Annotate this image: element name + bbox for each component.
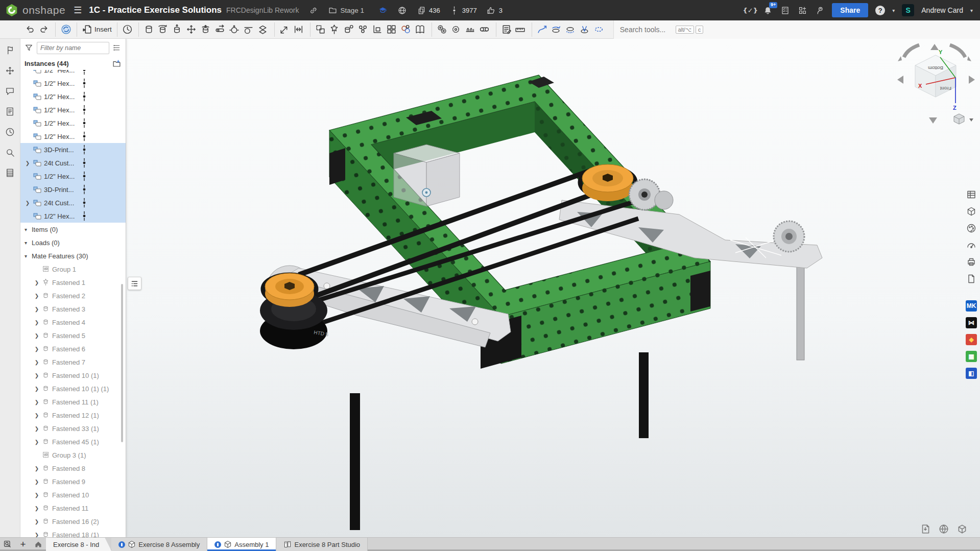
avatar[interactable]: S [902,4,914,16]
toolbar-button[interactable] [592,22,606,37]
notifications-bell-icon[interactable]: 9+ [762,5,773,15]
toolbar-button[interactable] [385,22,399,37]
rotate-right-arrow[interactable] [969,76,975,84]
toolbar-button[interactable] [342,22,356,37]
strip-button[interactable] [4,105,16,117]
main-menu-icon[interactable]: ☰ [74,5,82,16]
strip-button[interactable] [4,85,16,97]
toolbar-button[interactable] [356,22,370,37]
dof-indicator-icon[interactable] [81,118,88,128]
list-view-icon[interactable] [112,43,122,53]
mate-feature-row[interactable]: ❯ Fastened 3 [20,302,126,316]
instance-row[interactable]: ❯ 1/2" Hex... [20,90,126,103]
view-cube[interactable]: Bottom Front [915,55,956,97]
dof-indicator-icon[interactable] [81,131,88,141]
toolbar-button[interactable] [477,22,492,37]
dof-indicator-icon[interactable] [81,70,88,75]
mate-feature-row[interactable]: ❯ Fastened 11 [20,501,126,515]
expand-chevron-icon[interactable]: ❯ [33,466,41,471]
mate-feature-row[interactable]: ❯ Fastened 4 [20,316,126,329]
right-panel-button[interactable]: MK [966,300,977,312]
mate-feature-row[interactable]: ❯ Group 3 (1) [20,448,126,462]
mate-feature-row[interactable]: ❯ Fastened 6 [20,342,126,355]
dof-indicator-icon[interactable] [81,78,88,88]
expand-chevron-icon[interactable]: ❯ [23,160,32,166]
toolbar-button[interactable] [170,22,184,37]
expand-chevron-icon[interactable]: ❯ [33,492,41,498]
document-tab[interactable]: Assembly 1 [207,538,276,551]
toolbar-button[interactable] [117,22,134,37]
mate-feature-row[interactable]: ❯ Fastened 10 [20,488,126,501]
document-title[interactable]: 1C - Practice Exercise Solutions [89,5,222,15]
tilt-up-arrow[interactable] [930,44,939,50]
toolbar-button[interactable] [292,22,306,37]
expand-chevron-icon[interactable]: ❯ [33,506,41,511]
view-menu-button[interactable] [954,114,973,124]
toolbar-button[interactable] [399,22,413,37]
expand-chevron-icon[interactable]: ❯ [33,426,41,432]
document-tab[interactable]: Exercise 8 Assembly [111,538,207,551]
toolbar-button[interactable] [532,22,549,37]
onshape-logo-icon[interactable] [5,4,18,17]
toolbar-button[interactable] [184,22,199,37]
strip-button[interactable] [4,64,16,77]
mate-features-section[interactable]: ▾ Mate Features (30) [20,249,126,262]
tasks-icon[interactable] [780,5,790,15]
add-folder-icon[interactable] [112,59,122,68]
instance-row[interactable]: ❯ 24t Cust... [20,196,126,209]
dof-indicator-icon[interactable] [81,91,88,102]
tilt-down-arrow[interactable] [929,117,937,124]
mate-feature-row[interactable]: ❯ Fastened 12 (1) [20,409,126,422]
dof-indicator-icon[interactable] [81,211,88,221]
strip-button[interactable] [4,146,16,158]
right-panel-button[interactable]: ◆ [966,334,977,345]
copies-icon[interactable] [416,5,426,15]
instance-row[interactable]: ❯ 1/2" Hex... [20,70,126,77]
toolbar-button[interactable] [274,22,292,37]
instance-row[interactable]: ❯ 1/2" Hex... [20,209,126,223]
toolbar-button[interactable] [496,22,513,37]
mate-feature-row[interactable]: ❯ Fastened 10 (1) (1) [20,382,126,395]
items-section[interactable]: ▾ Items (0) [20,223,126,236]
mate-feature-row[interactable]: ❯ Fastened 11 (1) [20,395,126,409]
strip-button[interactable] [4,44,16,56]
rotate-ccw-arrow[interactable] [904,45,919,57]
mate-feature-row[interactable]: ❯ Fastened 33 (1) [20,422,126,435]
right-panel-button[interactable] [966,256,977,268]
dof-indicator-icon[interactable] [81,158,88,168]
mate-feature-row[interactable]: ❯ Fastened 2 [20,289,126,302]
expand-chevron-icon[interactable]: ❯ [33,360,41,365]
viewport-tool-button[interactable] [957,523,968,535]
toolbar-button[interactable] [37,22,51,37]
expand-chevron-icon[interactable]: ❯ [33,386,41,392]
toolbar-button[interactable] [227,22,242,37]
share-button[interactable]: Share [832,3,868,17]
expand-chevron-icon[interactable]: ❯ [33,519,41,524]
apps-grid-icon[interactable] [797,5,807,15]
toolbar-button[interactable] [578,22,592,37]
rotate-left-arrow[interactable] [897,76,903,84]
chevron-down-icon[interactable]: ▾ [25,227,32,232]
expand-chevron-icon[interactable]: ❯ [33,439,41,445]
mate-feature-row[interactable]: ❯ Fastened 9 [20,475,126,488]
help-caret-icon[interactable]: ▾ [892,8,895,13]
dof-indicator-icon[interactable] [81,198,88,208]
filter-funnel-icon[interactable] [25,43,34,53]
right-panel-button[interactable] [966,223,977,234]
expand-chevron-icon[interactable]: ❯ [33,306,41,312]
toolbar-button[interactable] [432,22,449,37]
toolbar-button[interactable] [213,22,227,37]
expand-chevron-icon[interactable]: ❯ [33,280,41,285]
expand-chevron-icon[interactable]: ❯ [33,399,41,405]
mate-feature-row[interactable]: ❯ Fastened 7 [20,355,126,369]
mate-feature-row[interactable]: ❯ Fastened 5 [20,329,126,342]
link-icon[interactable] [308,5,318,15]
dof-indicator-icon[interactable] [81,105,88,115]
follows-icon[interactable] [449,5,460,15]
featurescript-icon[interactable]: {✓} [745,5,755,15]
document-tab[interactable]: Exercise 8 - Ind [46,538,111,551]
viewport-tool-button[interactable] [920,523,931,535]
mate-feature-row[interactable]: ❯ Group 1 [20,262,126,276]
cube-top-face-label[interactable]: Bottom [928,65,943,71]
right-panel-button[interactable]: ⋈ [966,317,977,328]
